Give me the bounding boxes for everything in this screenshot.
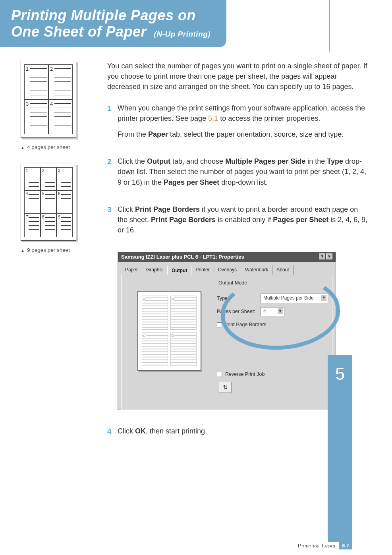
chapter-tab: 5 — [328, 355, 352, 542]
diagram-cell: 1 — [24, 64, 48, 99]
chapter-number: 5 — [335, 363, 345, 385]
preview-pane: A B C D — [137, 291, 201, 371]
step-3: 3 Click Print Page Borders if you want t… — [107, 204, 368, 241]
dialog-body: A B C D Output Mode Type: Multiple Pages… — [121, 275, 332, 410]
diagram-cell: 4 — [24, 190, 41, 214]
page-title-banner: Printing Multiple Pages on One Sheet of … — [0, 0, 226, 47]
close-button[interactable]: × — [326, 253, 332, 259]
pages-per-sheet-label: Pages per Sheet: — [217, 308, 257, 315]
footer-section: Printing Tasks — [298, 543, 336, 549]
page-footer: Printing Tasks 5.7 — [298, 542, 352, 549]
step-2-text: Click the Output tab, and choose Multipl… — [118, 156, 368, 187]
diagram-9up: 1 2 3 4 5 6 7 8 9 — [21, 164, 76, 241]
intro-paragraph: You can select the number of pages you w… — [107, 61, 368, 92]
step-1: 1 When you change the print settings fro… — [107, 103, 368, 145]
diagram-cell: 3 — [24, 99, 48, 134]
caption-4up: 4 pages per sheet — [21, 144, 88, 150]
step-2: 2 Click the Output tab, and choose Multi… — [107, 156, 368, 193]
reverse-print-label: Reverse Print Job — [225, 371, 265, 378]
group-legend: Output Mode — [217, 280, 249, 286]
diagram-cell: 2 — [41, 167, 57, 191]
step-number: 2 — [107, 156, 118, 193]
diagram-cell: 1 — [24, 167, 41, 191]
crossref-link[interactable]: 5.1 — [208, 114, 218, 122]
dialog-title: Samsung IZZI Laser plus PCL 6 - LPT1: Pr… — [121, 253, 244, 261]
preview-page: B — [170, 296, 197, 330]
step-number: 1 — [107, 103, 118, 145]
page-title-sub: (N-Up Printing) — [154, 30, 211, 38]
step-3-text: Click Print Page Borders if you want to … — [118, 204, 368, 235]
dialog-titlebar: Samsung IZZI Laser plus PCL 6 - LPT1: Pr… — [118, 252, 336, 262]
diagram-cell: 5 — [41, 190, 57, 214]
diagram-cell: 2 — [48, 64, 73, 99]
diagram-cell: 3 — [56, 167, 73, 191]
help-button[interactable]: ? — [319, 253, 325, 259]
print-page-borders-label: Print Page Borders — [224, 321, 266, 328]
step-number: 3 — [107, 204, 118, 241]
tab-about[interactable]: About — [272, 265, 293, 275]
preview-page: D — [170, 332, 197, 366]
preview-page: C — [142, 332, 168, 366]
tab-overlays[interactable]: Overlays — [214, 265, 241, 275]
output-mode-group: Output Mode Type: Multiple Pages per Sid… — [217, 282, 328, 328]
pages-per-sheet-dropdown[interactable]: 4 — [261, 307, 284, 316]
footer-page: 5.7 — [339, 542, 352, 549]
dialog-screenshot: Samsung IZZI Laser plus PCL 6 - LPT1: Pr… — [118, 252, 336, 410]
preview-page: A — [142, 296, 168, 330]
diagram-4up: 1 2 3 4 — [21, 61, 76, 138]
step-number: 4 — [107, 426, 118, 442]
print-page-borders-checkbox[interactable] — [217, 322, 222, 327]
page-title: Printing Multiple Pages on One Sheet of … — [11, 7, 215, 40]
tab-output[interactable]: Output — [167, 266, 191, 275]
dialog-tabs: Paper Graphic Output Printer Overlays Wa… — [118, 262, 336, 275]
caption-9up: 9 pages per sheet — [21, 247, 88, 253]
tab-paper[interactable]: Paper — [121, 265, 142, 275]
step-1-p2: From the Paper tab, select the paper ori… — [118, 129, 368, 139]
diagram-cell: 7 — [24, 214, 41, 237]
diagram-cell: 4 — [48, 99, 73, 134]
diagram-cell: 9 — [56, 214, 73, 237]
step-1-p1: When you change the print settings from … — [118, 103, 368, 124]
tab-graphic[interactable]: Graphic — [142, 265, 167, 275]
reverse-print-checkbox[interactable] — [217, 372, 222, 377]
tab-watermark[interactable]: Watermark — [241, 265, 272, 275]
type-label: Type: — [217, 295, 257, 302]
reverse-print-row: Reverse Print Job — [217, 371, 265, 378]
tab-printer[interactable]: Printer — [191, 265, 214, 275]
diagram-cell: 8 — [41, 214, 57, 237]
decorative-tab — [329, 0, 341, 52]
left-column: 1 2 3 4 4 pages per sheet 1 2 3 4 5 6 7 … — [21, 61, 88, 453]
diagram-cell: 6 — [56, 190, 73, 214]
type-dropdown[interactable]: Multiple Pages per Side — [261, 294, 328, 303]
reverse-icon: ⇅ — [219, 382, 232, 393]
